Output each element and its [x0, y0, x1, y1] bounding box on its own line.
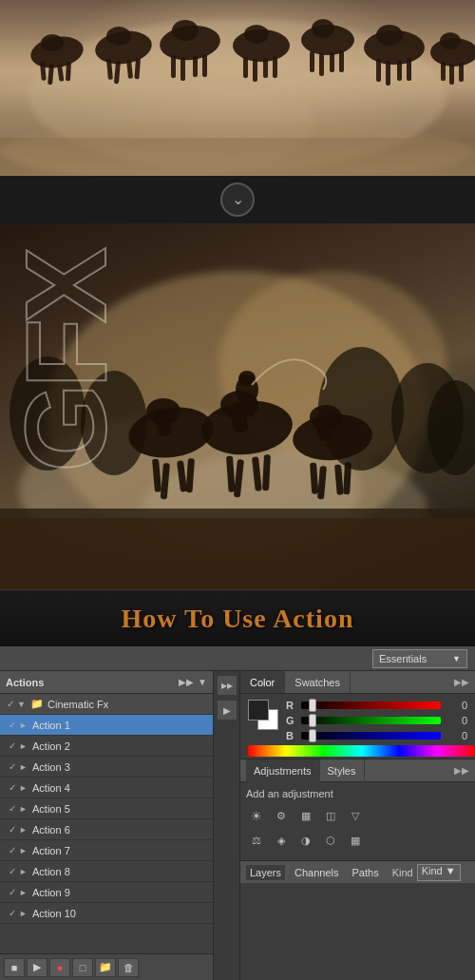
expand-3: ► [19, 762, 30, 772]
group-name: Cinematic Fx [48, 699, 108, 710]
color-swatch-row: R 0 G 0 [244, 696, 471, 741]
action-row-3[interactable]: ✓ ► Action 3 [0, 757, 213, 778]
foreground-swatch[interactable] [248, 700, 269, 721]
check-5: ✓ [6, 803, 19, 814]
action-name-5: Action 5 [32, 803, 70, 815]
g-label: G [286, 715, 297, 726]
kind-label: Kind [392, 867, 413, 878]
tab-adjustments[interactable]: Adjustments [246, 759, 320, 782]
action-row-2[interactable]: ✓ ► Action 2 [0, 736, 213, 757]
blue-thumb [309, 729, 316, 742]
record-button[interactable]: ● [49, 958, 70, 977]
spectrum-bar[interactable] [248, 745, 475, 757]
mid-btn-2[interactable]: ▶ [217, 700, 238, 721]
essentials-dropdown[interactable]: Essentials ▼ [372, 649, 467, 668]
check-2: ✓ [6, 740, 19, 751]
color-panel-expand[interactable]: ▶▶ [454, 677, 475, 687]
action-row-5[interactable]: ✓ ► Action 5 [0, 798, 213, 819]
kind-row: Kind Kind ▼ [392, 864, 461, 881]
svg-rect-81 [0, 518, 475, 589]
photo-filter-icon[interactable]: ⬡ [320, 830, 341, 851]
check-9: ✓ [6, 887, 19, 897]
vibrance-icon[interactable]: ▽ [345, 805, 366, 826]
stop-button[interactable]: ■ [4, 958, 25, 977]
action-row-7[interactable]: ✓ ► Action 7 [0, 840, 213, 861]
svg-rect-31 [339, 50, 344, 72]
action-name-4: Action 4 [32, 782, 70, 794]
photoshop-ui: Essentials ▼ Actions ▶▶ ▼ ✓ ▼ 📁 Cinemati… [0, 646, 475, 980]
action-row-6[interactable]: ✓ ► Action 6 [0, 819, 213, 840]
color-sliders: R 0 G 0 [286, 700, 467, 741]
adj-expand-icon[interactable]: ▶▶ [454, 765, 469, 776]
folder-button[interactable]: 📁 [95, 958, 116, 977]
delete-button[interactable]: 🗑 [118, 958, 139, 977]
color-section: R 0 G 0 [240, 694, 475, 759]
middle-panel: ▶▶ ▶ [214, 671, 240, 980]
r-label: R [286, 700, 297, 711]
panel-menu-icon[interactable]: ▶▶ [179, 677, 194, 687]
expand-7: ► [19, 846, 30, 855]
mid-btn-1[interactable]: ▶▶ [217, 675, 238, 696]
check-4: ✓ [6, 782, 19, 793]
action-name-10: Action 10 [32, 908, 76, 919]
action-group-row[interactable]: ✓ ▼ 📁 Cinematic Fx [0, 694, 213, 715]
color-balance-icon[interactable]: ◈ [271, 830, 292, 851]
gradient-icon[interactable]: ▦ [345, 830, 366, 851]
svg-rect-37 [407, 58, 411, 81]
check-8: ✓ [6, 866, 19, 876]
adj-tabs: Adjustments Styles [246, 759, 365, 782]
svg-rect-34 [376, 59, 381, 82]
curves-icon[interactable]: ⚙ [271, 805, 292, 826]
kind-dropdown[interactable]: Kind ▼ [417, 864, 461, 881]
svg-point-39 [440, 32, 461, 49]
new-action-button[interactable]: □ [72, 958, 93, 977]
brightness-icon[interactable]: ☀ [246, 805, 267, 826]
tab-styles[interactable]: Styles [320, 759, 365, 782]
action-name-6: Action 6 [32, 824, 70, 836]
tab-paths[interactable]: Paths [349, 865, 383, 880]
adjustments-header: Adjustments Styles ▶▶ [240, 759, 475, 782]
action-row-9[interactable]: ✓ ► Action 9 [0, 882, 213, 903]
scroll-down-button[interactable]: ⌄ [220, 183, 255, 217]
svg-point-21 [244, 25, 269, 44]
adjustments-area: Adjustments Styles ▶▶ Add an adjustment … [240, 759, 475, 860]
chevron-down-icon: ⌄ [232, 192, 244, 207]
exposure-icon[interactable]: ◫ [320, 805, 341, 826]
svg-point-3 [41, 34, 64, 51]
green-slider[interactable] [301, 717, 441, 724]
swatches-container[interactable] [248, 700, 280, 732]
action-name-8: Action 8 [32, 866, 70, 877]
folder-icon: 📁 [30, 698, 44, 710]
svg-rect-7 [66, 62, 71, 81]
tab-swatches[interactable]: Swatches [285, 671, 351, 693]
bw-icon[interactable]: ◑ [295, 830, 316, 851]
tab-layers[interactable]: Layers [246, 865, 285, 880]
svg-point-15 [172, 20, 199, 41]
play-button[interactable]: ▶ [27, 958, 48, 977]
svg-point-9 [106, 27, 131, 46]
action-name-7: Action 7 [32, 845, 70, 856]
action-row-10[interactable]: ✓ ► Action 10 [0, 903, 213, 924]
svg-rect-28 [310, 51, 314, 72]
levels-icon[interactable]: ▦ [295, 805, 316, 826]
svg-rect-42 [459, 63, 464, 82]
action-row-4[interactable]: ✓ ► Action 4 [0, 778, 213, 798]
svg-point-33 [376, 25, 403, 46]
svg-rect-36 [397, 60, 402, 81]
svg-point-27 [312, 19, 334, 38]
panel-collapse-icon[interactable]: ▼ [198, 677, 207, 687]
scroll-indicator[interactable]: ⌄ [0, 176, 475, 223]
red-thumb [309, 699, 316, 712]
blue-slider[interactable] [301, 732, 441, 740]
tab-channels[interactable]: Channels [291, 865, 342, 880]
red-slider[interactable] [301, 701, 441, 709]
color-tabs: Color Swatches [240, 671, 351, 693]
action-row-8[interactable]: ✓ ► Action 8 [0, 861, 213, 882]
svg-rect-24 [263, 58, 268, 78]
action-row-1[interactable]: ✓ ► Action 1 [0, 715, 213, 736]
svg-rect-25 [273, 56, 277, 78]
expand-6: ► [19, 825, 30, 835]
hsl-icon[interactable]: ⚖ [246, 830, 267, 851]
action-name-2: Action 2 [32, 740, 70, 752]
tab-color[interactable]: Color [240, 671, 285, 693]
